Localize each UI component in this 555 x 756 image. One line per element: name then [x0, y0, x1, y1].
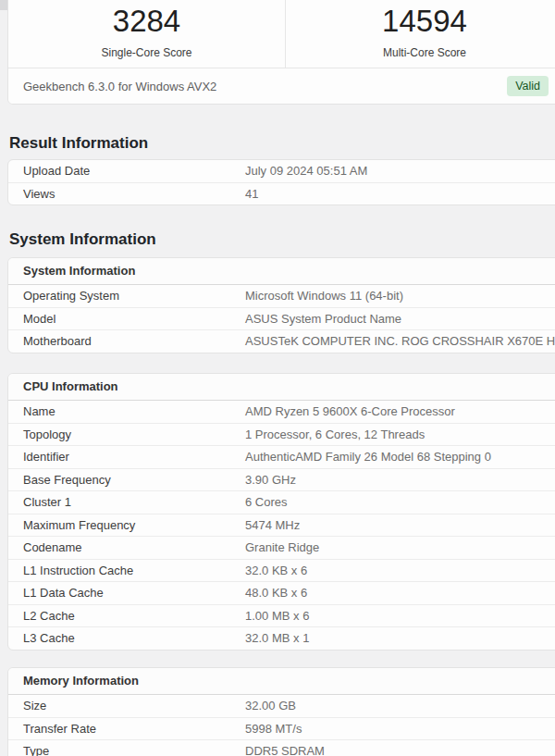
row-value: 6 Cores — [245, 496, 549, 509]
geekbench-version-text: Geekbench 6.3.0 for Windows AVX2 — [23, 80, 507, 93]
table-row: Size 32.00 GB — [8, 695, 555, 718]
card-header: System Information — [8, 258, 555, 285]
row-value: 48.0 KB x 6 — [245, 587, 549, 600]
score-footer: Geekbench 6.3.0 for Windows AVX2 Valid — [8, 68, 555, 104]
row-value: 5474 MHz — [245, 519, 549, 532]
score-summary-card: 3284 Single-Core Score 14594 Multi-Core … — [7, 0, 555, 105]
row-label: Name — [23, 405, 245, 418]
row-label: L2 Cache — [23, 610, 245, 623]
row-label: Cluster 1 — [23, 496, 245, 509]
row-value: 32.00 GB — [245, 700, 549, 713]
system-information-heading: System Information — [9, 229, 156, 250]
row-label: Size — [23, 700, 245, 713]
table-row: Identifier AuthenticAMD Family 26 Model … — [8, 446, 555, 469]
row-label: Type — [23, 745, 245, 756]
multi-core-score-block: 14594 Multi-Core Score — [286, 0, 555, 68]
table-row: Topology 1 Processor, 6 Cores, 12 Thread… — [8, 424, 555, 447]
row-value: 32.0 KB x 6 — [245, 564, 549, 577]
page-edge-fragment — [0, 0, 7, 10]
row-label: Upload Date — [23, 165, 245, 178]
table-row: Base Frequency 3.90 GHz — [8, 469, 555, 492]
row-value: 1.00 MB x 6 — [245, 610, 549, 623]
system-information-card: System Information Operating System Micr… — [7, 257, 555, 353]
row-value: Microsoft Windows 11 (64-bit) — [245, 290, 549, 303]
card-header: CPU Information — [8, 374, 555, 401]
row-label: L3 Cache — [23, 632, 245, 645]
row-label: Model — [23, 313, 245, 326]
row-value: 1 Processor, 6 Cores, 12 Threads — [245, 428, 549, 441]
row-value: 5998 MT/s — [245, 723, 549, 736]
row-label: L1 Data Cache — [23, 587, 245, 600]
row-value: 32.0 MB x 1 — [245, 632, 549, 645]
row-label: L1 Instruction Cache — [23, 564, 245, 577]
table-row: Operating System Microsoft Windows 11 (6… — [8, 285, 555, 308]
row-label: Base Frequency — [23, 474, 245, 487]
table-row: Motherboard ASUSTeK COMPUTER INC. ROG CR… — [8, 330, 555, 353]
table-row: L3 Cache 32.0 MB x 1 — [8, 627, 555, 650]
row-label: Maximum Frequency — [23, 519, 245, 532]
row-value: AuthenticAMD Family 26 Model 68 Stepping… — [245, 451, 549, 464]
row-value: July 09 2024 05:51 AM — [245, 165, 549, 178]
row-label: Identifier — [23, 451, 245, 464]
row-value: ASUS System Product Name — [245, 313, 549, 326]
table-row: Name AMD Ryzen 5 9600X 6-Core Processor — [8, 401, 555, 424]
table-row: Upload Date July 09 2024 05:51 AM — [8, 160, 555, 183]
table-row: Cluster 1 6 Cores — [8, 491, 555, 514]
table-row: L2 Cache 1.00 MB x 6 — [8, 605, 555, 628]
row-label: Views — [23, 188, 245, 201]
row-value: 41 — [245, 188, 549, 201]
row-value: Granite Ridge — [245, 541, 549, 554]
valid-status-badge: Valid — [507, 76, 549, 96]
multi-core-score-label: Multi-Core Score — [286, 46, 555, 59]
single-core-score-value: 3284 — [8, 5, 285, 38]
result-information-card: Upload Date July 09 2024 05:51 AM Views … — [7, 159, 555, 205]
score-row: 3284 Single-Core Score 14594 Multi-Core … — [8, 0, 555, 68]
row-label: Codename — [23, 541, 245, 554]
cpu-information-card: CPU Information Name AMD Ryzen 5 9600X 6… — [7, 373, 555, 651]
result-information-heading: Result Information — [9, 133, 148, 154]
row-value: DDR5 SDRAM — [245, 745, 549, 756]
table-row: L1 Data Cache 48.0 KB x 6 — [8, 582, 555, 605]
table-row: Codename Granite Ridge — [8, 537, 555, 560]
single-core-score-label: Single-Core Score — [8, 46, 285, 59]
geekbench-result-page: 3284 Single-Core Score 14594 Multi-Core … — [0, 0, 555, 756]
single-core-score-block: 3284 Single-Core Score — [8, 0, 286, 68]
table-row: Transfer Rate 5998 MT/s — [8, 718, 555, 741]
table-row: Type DDR5 SDRAM — [8, 740, 555, 756]
row-value: ASUSTeK COMPUTER INC. ROG CROSSHAIR X670… — [245, 335, 555, 348]
table-row: Views 41 — [8, 183, 555, 205]
multi-core-score-value: 14594 — [286, 5, 555, 38]
row-label: Operating System — [23, 290, 245, 303]
table-row: Model ASUS System Product Name — [8, 308, 555, 331]
row-label: Topology — [23, 428, 245, 441]
table-row: Maximum Frequency 5474 MHz — [8, 514, 555, 538]
row-label: Transfer Rate — [23, 723, 245, 736]
memory-information-card: Memory Information Size 32.00 GB Transfe… — [7, 667, 555, 756]
card-header: Memory Information — [8, 668, 555, 695]
row-value: 3.90 GHz — [245, 474, 549, 487]
row-value: AMD Ryzen 5 9600X 6-Core Processor — [245, 405, 549, 418]
row-label: Motherboard — [23, 335, 245, 348]
table-row: L1 Instruction Cache 32.0 KB x 6 — [8, 560, 555, 583]
